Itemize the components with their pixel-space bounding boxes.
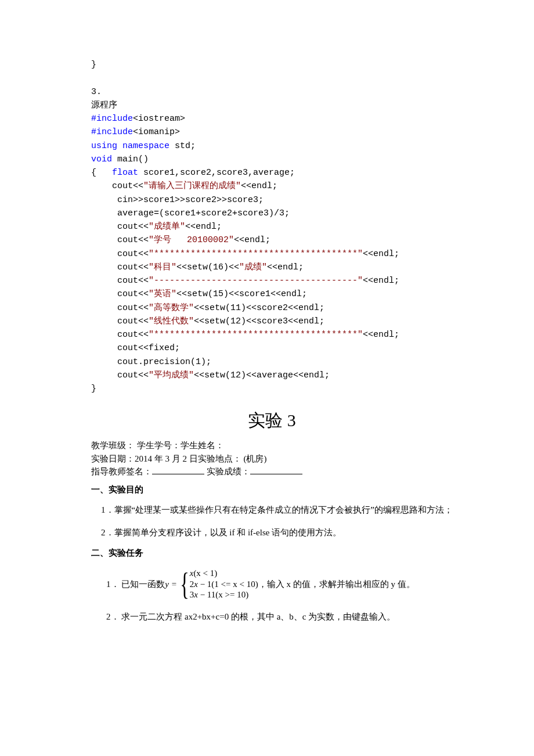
code-text: main() xyxy=(112,154,149,164)
string-literal: "平均成绩" xyxy=(149,370,194,380)
string-literal: "---------------------------------------… xyxy=(149,276,363,286)
code-text: cout<< xyxy=(91,249,149,259)
section-task-heading: 二、实验任务 xyxy=(91,546,453,560)
task1-yeq: y = xyxy=(165,576,177,593)
meta-line-sign: 指导教师签名： 实验成绩： xyxy=(91,465,453,478)
code-text: 源程序 xyxy=(91,100,117,110)
code-text: <iostream> xyxy=(133,114,185,124)
code-text: <<setw(12)<<average<<endl; xyxy=(194,370,330,380)
code-text: cout<< xyxy=(91,235,149,245)
string-literal: "高等数学" xyxy=(149,303,194,313)
case-cond: (1 <= x < 10) xyxy=(211,579,258,589)
code-text: score1,score2,score3,average; xyxy=(138,168,295,178)
keyword: namespace xyxy=(122,141,169,151)
meta-line-date: 实验日期：2014 年 3 月 2 日实验地点： (机房) xyxy=(91,452,453,466)
left-brace-icon: { xyxy=(180,568,189,600)
string-literal: "学号 20100002" xyxy=(149,235,234,245)
code-text: <iomanip> xyxy=(133,127,180,137)
code-text: <<endl; xyxy=(363,249,399,259)
code-text: <<setw(15)<<score1<<endl; xyxy=(176,289,307,299)
meta-label: 实验成绩： xyxy=(207,467,250,476)
task1-prefix: 1． 已知一函数 xyxy=(106,576,165,593)
task1-suffix: ，输入 x 的值，求解并输出相应的 y 值。 xyxy=(258,576,415,593)
meta-line-class: 教学班级： 学生学号：学生姓名： xyxy=(91,439,453,452)
string-literal: "***************************************… xyxy=(149,330,363,340)
code-text: cout.precision(1); xyxy=(91,357,211,367)
code-text: cout<< xyxy=(91,181,143,191)
string-literal: "科目" xyxy=(149,262,176,272)
keyword: float xyxy=(112,168,138,178)
code-text: <<setw(16)<< xyxy=(176,262,239,272)
code-text: <<setw(11)<<score2<<endl; xyxy=(194,303,324,313)
code-text: std; xyxy=(169,141,196,151)
signature-blank xyxy=(152,465,204,474)
string-literal: "成绩" xyxy=(239,262,267,272)
code-text: <<endl; xyxy=(363,276,399,286)
code-text: cin>>score1>>score2>>score3; xyxy=(91,195,264,205)
grade-blank xyxy=(250,465,302,474)
code-text: <<endl; xyxy=(234,235,270,245)
string-literal: "线性代数" xyxy=(149,316,194,326)
purpose-item-1: 1．掌握“处理某一或某些操作只有在特定条件成立的情况下才会被执行”的编程思路和方… xyxy=(106,502,453,519)
task-item-1: 1． 已知一函数 y = { x(x < 1) 2x − 1(1 <= x < … xyxy=(106,568,453,600)
code-text: cout<< xyxy=(91,262,149,272)
keyword: #include xyxy=(91,114,133,124)
code-text: cout<< xyxy=(91,276,149,286)
keyword: using xyxy=(91,141,117,151)
string-literal: "成绩单" xyxy=(149,222,185,232)
task-item-2: 2． 求一元二次方程 ax2+bx+c=0 的根，其中 a、b、c 为实数，由键… xyxy=(106,609,453,625)
code-text: 3. xyxy=(91,87,102,97)
case-minus: − 11 xyxy=(198,590,215,599)
case-minus: − 1 xyxy=(198,579,211,589)
code-text: <<endl; xyxy=(363,330,399,340)
keyword: #include xyxy=(91,127,133,137)
code-text: <<endl; xyxy=(241,181,277,191)
purpose-item-2: 2．掌握简单分支程序设计，以及 if 和 if-else 语句的使用方法。 xyxy=(106,524,453,541)
string-literal: "请输入三门课程的成绩" xyxy=(143,181,241,191)
piecewise-cases: x(x < 1) 2x − 1(1 <= x < 10) 3x − 11(x >… xyxy=(190,568,258,600)
case-cond: (x < 1) xyxy=(193,568,217,578)
code-text: cout<< xyxy=(91,370,149,380)
case-var: x xyxy=(194,579,198,589)
code-block-prelude: } 3. 源程序 #include<iostream> #include<iom… xyxy=(91,58,453,395)
string-literal: "***************************************… xyxy=(149,249,363,259)
code-text: cout<<fixed; xyxy=(91,343,180,353)
code-text: <<endl; xyxy=(267,262,304,272)
code-text: cout<< xyxy=(91,222,149,232)
code-text: } xyxy=(91,60,96,70)
code-text: average=(score1+score2+score3)/3; xyxy=(91,208,290,218)
experiment-title: 实验 3 xyxy=(91,407,453,433)
keyword: void xyxy=(91,154,112,164)
case-cond: (x >= 10) xyxy=(215,590,248,599)
code-text: <<setw(12)<<score3<<endl; xyxy=(194,316,324,326)
code-text: cout<< xyxy=(91,330,149,340)
code-text: cout<< xyxy=(91,289,149,299)
document-body: } 3. 源程序 #include<iostream> #include<iom… xyxy=(0,0,534,680)
section-purpose-heading: 一、实验目的 xyxy=(91,483,453,496)
code-text: cout<< xyxy=(91,303,149,313)
code-text: <<endl; xyxy=(185,222,222,232)
code-text: } xyxy=(91,384,96,394)
meta-label: 指导教师签名： xyxy=(91,467,152,476)
code-text: { xyxy=(91,168,112,178)
string-literal: "英语" xyxy=(149,289,176,299)
code-text: cout<< xyxy=(91,316,149,326)
case-var: x xyxy=(194,590,198,599)
